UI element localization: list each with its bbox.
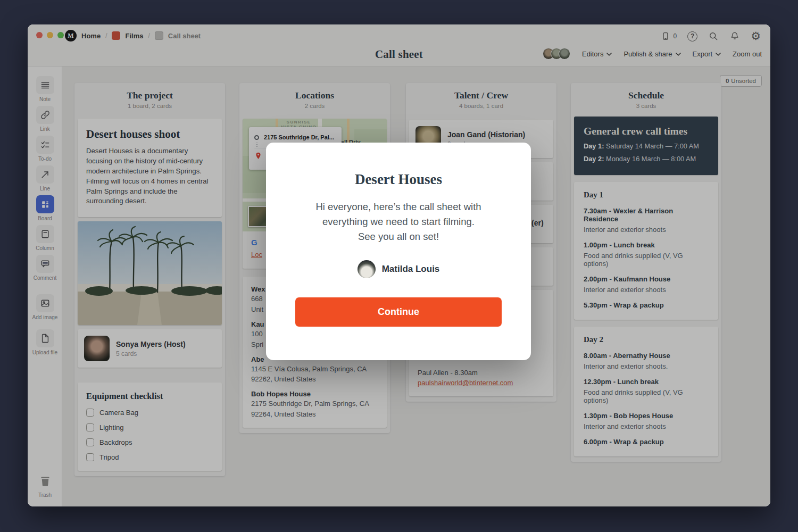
author-name: Matilda Louis [382,264,440,275]
modal-message: Hi everyone, here’s the call sheet with … [315,200,481,244]
app-window: M Home / Films / Call sheet 0 ? [28,24,770,506]
continue-button[interactable]: Continue [295,297,502,327]
modal-title: Desert Houses [355,171,442,188]
desktop-background: M Home / Films / Call sheet 0 ? [0,0,798,532]
modal-author: Matilda Louis [358,260,440,278]
welcome-modal: Desert Houses Hi everyone, here’s the ca… [266,143,531,360]
avatar [358,260,376,278]
